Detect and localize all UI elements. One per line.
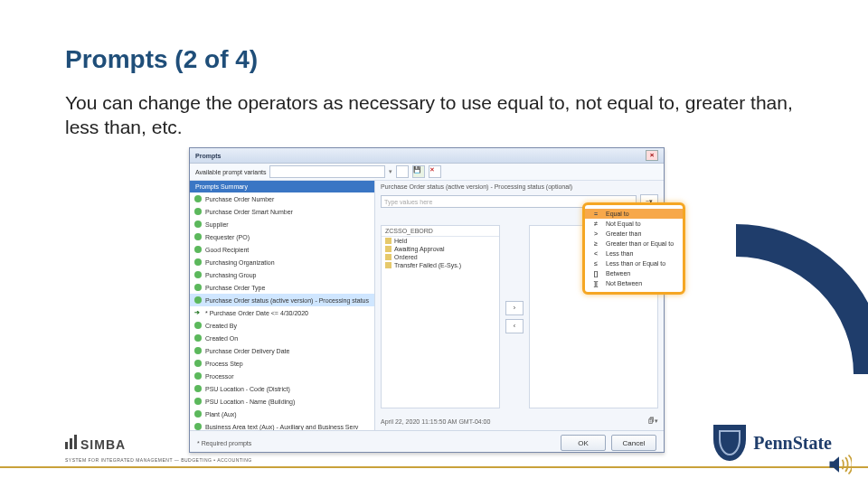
check-icon (194, 398, 202, 405)
prompt-list-item[interactable]: PSU Location - Name (Building) (190, 395, 374, 408)
value-list-item[interactable]: Transfer Failed (E-Sys.) (382, 261, 499, 269)
prompt-item-label: Good Recipient (205, 247, 249, 253)
operator-label: Greater than (606, 230, 641, 237)
prompt-list-item[interactable]: ➔* Purchase Order Date <= 4/30/2020 (190, 306, 374, 319)
dialog-title: Prompts (195, 153, 221, 159)
check-icon (194, 423, 202, 430)
prompt-list-item[interactable]: PSU Location - Code (District) (190, 382, 374, 395)
value-label: Transfer Failed (E-Sys.) (394, 262, 461, 268)
prompt-item-label: Purchase Order Type (205, 285, 265, 291)
value-box-icon (385, 246, 392, 252)
values-group-header: ZCSSO_EBORD (382, 226, 499, 237)
prompt-item-label: Purchasing Organization (205, 259, 275, 266)
prompt-list-item[interactable]: Purchase Order Type (190, 281, 374, 294)
value-list-item[interactable]: Held (382, 237, 499, 245)
arrow-icon: ➔ (194, 309, 202, 316)
prompt-list-item[interactable]: Purchase Order Smart Number (190, 205, 374, 218)
check-icon (194, 372, 202, 380)
operator-label: Not Between (606, 280, 642, 286)
value-list-item[interactable]: Awaiting Approval (382, 245, 499, 253)
check-icon (194, 334, 202, 342)
prompt-list-item[interactable]: Created On (190, 332, 374, 344)
operator-symbol: ≥ (590, 240, 601, 247)
prompt-list-item[interactable]: Purchasing Organization (190, 256, 374, 268)
operator-option[interactable]: ≠Not Equal to (585, 219, 683, 229)
operator-symbol: < (590, 250, 601, 257)
operator-option[interactable]: ≤Less than or Equal to (585, 258, 683, 268)
dialog-close-button[interactable]: × (646, 150, 658, 161)
variants-input[interactable] (269, 165, 385, 178)
prompt-list-item[interactable]: Purchase Order Number (190, 192, 374, 205)
prompt-item-label: Business Area text (Aux) - Auxiliary and… (205, 424, 358, 430)
check-icon (194, 296, 202, 304)
slide-body: You can change the operators as necessar… (65, 90, 807, 140)
check-icon (194, 233, 202, 240)
prompt-item-label: Purchase Order Smart Number (205, 209, 293, 215)
prompt-list-item[interactable]: Purchase Order Delivery Date (190, 344, 374, 357)
value-label: Awaiting Approval (394, 246, 445, 252)
operator-option[interactable]: ][Not Between (585, 278, 683, 288)
operator-option[interactable]: >Greater than (585, 229, 683, 239)
check-icon (194, 258, 202, 266)
operator-symbol: ][ (590, 280, 601, 286)
toolbar-delete-icon[interactable]: ✕ (429, 165, 441, 178)
enter-pattern-icon[interactable]: 🗐▾ (648, 418, 658, 425)
check-icon (194, 385, 202, 392)
dialog-toolbar: Available prompt variants ▾ 💾 ✕ (190, 164, 664, 181)
prompt-item-label: Created By (205, 323, 237, 329)
prompt-item-label: Created On (205, 335, 238, 342)
check-icon (194, 284, 202, 291)
audio-icon (826, 452, 852, 477)
prompts-summary-header: Prompts Summary (190, 181, 374, 192)
add-value-button[interactable]: › (505, 301, 524, 315)
simba-subtitle: SYSTEM FOR INTEGRATED MANAGEMENT — BUDGE… (65, 457, 252, 463)
prompt-list-item[interactable]: Good Recipient (190, 243, 374, 256)
operator-option[interactable]: <Less than (585, 249, 683, 258)
date-footer: April 22, 2020 11:15:50 AM GMT-04:00 (381, 418, 490, 425)
prompt-list-item[interactable]: Process Step (190, 357, 374, 370)
operator-symbol: > (590, 230, 601, 237)
dialog-titlebar: Prompts × (190, 148, 664, 164)
prompt-item-label: PSU Location - Code (District) (205, 386, 290, 392)
prompt-item-label: Purchase Order status (active version) -… (205, 297, 369, 304)
toolbar-icon-1[interactable] (396, 165, 409, 178)
prompts-dialog: Prompts × Available prompt variants ▾ 💾 … (189, 147, 665, 453)
prompt-item-label: Purchase Order Delivery Date (205, 348, 289, 354)
prompt-item-label: Supplier (205, 221, 229, 228)
operator-label: Not Equal to (606, 221, 641, 227)
prompt-item-label: Purchase Order Number (205, 196, 274, 202)
operator-option[interactable]: ≥Greater than or Equal to (585, 239, 683, 249)
pennstate-logo: PennState (713, 425, 832, 461)
operator-option[interactable]: =Equal to (585, 209, 683, 219)
operator-option[interactable]: []Between (585, 268, 683, 278)
cancel-button[interactable]: Cancel (611, 435, 656, 451)
check-icon (194, 271, 202, 278)
check-icon (194, 347, 202, 354)
prompt-item-label: Process Step (205, 361, 243, 367)
value-list-item[interactable]: Ordered (382, 253, 499, 261)
prompt-list-item[interactable]: Purchasing Group (190, 268, 374, 281)
check-icon (194, 410, 202, 418)
prompt-list-item[interactable]: Business Area text (Aux) - Auxiliary and… (190, 420, 374, 430)
remove-value-button[interactable]: ‹ (505, 319, 524, 333)
check-icon (194, 246, 202, 253)
prompt-list-item[interactable]: Supplier (190, 218, 374, 230)
value-label: Ordered (394, 254, 418, 260)
operator-label: Less than (606, 250, 633, 257)
operator-label: Between (606, 270, 630, 277)
value-box-icon (385, 262, 392, 268)
prompt-list-item[interactable]: Plant (Aux) (190, 408, 374, 420)
prompt-list-item[interactable]: Purchase Order status (active version) -… (190, 294, 374, 306)
operator-label: Equal to (606, 211, 629, 217)
value-label: Held (394, 238, 407, 244)
prompt-list-item[interactable]: Requester (PO) (190, 230, 374, 243)
check-icon (194, 208, 202, 215)
prompt-list-item[interactable]: Created By (190, 319, 374, 332)
prompt-item-label: Requester (PO) (205, 234, 250, 240)
operator-popover: =Equal to≠Not Equal to>Greater than≥Grea… (582, 202, 685, 295)
ok-button[interactable]: OK (561, 435, 606, 451)
slide-title: Prompts (2 of 4) (65, 45, 258, 74)
prompt-list-item[interactable]: Processor (190, 370, 374, 382)
toolbar-save-icon[interactable]: 💾 (412, 165, 425, 178)
simba-logo: SIMBA (65, 435, 126, 452)
